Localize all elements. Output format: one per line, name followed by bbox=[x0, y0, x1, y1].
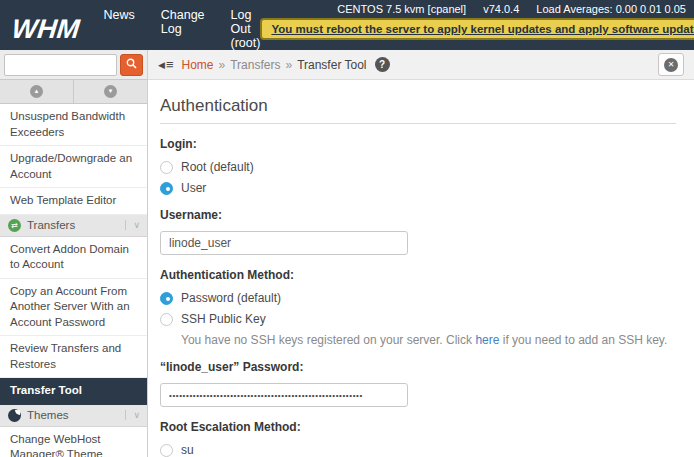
radio-unchecked-icon[interactable] bbox=[160, 444, 173, 457]
password-label: “linode_user” Password: bbox=[160, 360, 676, 374]
breadcrumb-transfers[interactable]: Transfers bbox=[230, 58, 280, 72]
nav-log-out[interactable]: Log Out (root) bbox=[231, 8, 261, 50]
password-input[interactable] bbox=[160, 383, 408, 407]
radio-label: User bbox=[181, 181, 206, 195]
header: CENTOS 7.5 kvm [cpanel] v74.0.4 Load Ave… bbox=[0, 0, 694, 50]
sidebar-section-transfers[interactable]: ⇄ Transfers ∨ bbox=[0, 215, 147, 237]
search-input[interactable] bbox=[4, 54, 117, 76]
section-label: Themes bbox=[27, 409, 69, 421]
nav-change-log[interactable]: Change Log bbox=[161, 8, 205, 50]
breadcrumb: Home » Transfers » Transfer Tool bbox=[182, 58, 367, 72]
sidebar-item-copy-account[interactable]: Copy an Account From Another Server With… bbox=[0, 279, 147, 337]
chevron-down-icon[interactable]: ∨ bbox=[125, 410, 147, 420]
section-label: Transfers bbox=[27, 219, 75, 231]
scroll-up-button[interactable]: ▲ bbox=[0, 80, 74, 103]
sidebar-nav-list: Unsuspend Bandwidth Exceeders Upgrade/Do… bbox=[0, 104, 147, 457]
breadcrumb-separator: » bbox=[285, 58, 292, 72]
auth-method-label: Authentication Method: bbox=[160, 268, 676, 282]
authentication-heading: Authentication bbox=[160, 96, 676, 116]
close-icon: ✕ bbox=[664, 58, 678, 72]
reboot-warning-link[interactable]: You must reboot the server to apply kern… bbox=[260, 18, 694, 40]
sidebar-section-themes[interactable]: Themes ∨ bbox=[0, 405, 147, 427]
radio-label: SSH Public Key bbox=[181, 312, 266, 326]
radio-checked-icon[interactable] bbox=[160, 292, 173, 305]
sidebar-item-review-transfers[interactable]: Review Transfers and Restores bbox=[0, 336, 147, 378]
sidebar: ▲ ▼ Unsuspend Bandwidth Exceeders Upgrad… bbox=[0, 50, 148, 457]
breadcrumb-home[interactable]: Home bbox=[182, 58, 214, 72]
collapse-sidebar-icon[interactable]: ◀≡ bbox=[158, 57, 174, 72]
search-icon bbox=[126, 57, 137, 72]
radio-label: su bbox=[181, 443, 194, 457]
breadcrumb-current-page: Transfer Tool bbox=[297, 58, 366, 72]
scroll-down-button[interactable]: ▼ bbox=[74, 80, 147, 103]
server-status-line: CENTOS 7.5 kvm [cpanel] v74.0.4 Load Ave… bbox=[323, 3, 686, 15]
breadcrumb-separator: » bbox=[219, 58, 226, 72]
help-icon[interactable]: ? bbox=[375, 57, 390, 72]
sidebar-item-transfer-tool[interactable]: Transfer Tool bbox=[0, 378, 147, 405]
radio-user[interactable]: User bbox=[160, 181, 676, 195]
divider bbox=[160, 123, 676, 124]
root-escalation-label: Root Escalation Method: bbox=[160, 420, 676, 434]
server-os: CENTOS 7.5 kvm [cpanel] bbox=[337, 3, 466, 15]
breadcrumb-bar: ◀≡ Home » Transfers » Transfer Tool ? ✕ bbox=[148, 50, 694, 80]
radio-su[interactable]: su bbox=[160, 443, 676, 457]
ssh-key-note: You have no SSH keys registered on your … bbox=[181, 333, 676, 347]
sidebar-item-change-whm-theme[interactable]: Change WebHost Manager® Theme bbox=[0, 427, 147, 457]
radio-checked-icon[interactable] bbox=[160, 182, 173, 195]
whm-version: v74.0.4 bbox=[483, 3, 519, 15]
sidebar-item-unsuspend-bandwidth[interactable]: Unsuspend Bandwidth Exceeders bbox=[0, 104, 147, 146]
ssh-note-text: You have no SSH keys registered on your … bbox=[181, 333, 472, 347]
login-label: Login: bbox=[160, 137, 676, 151]
themes-icon bbox=[8, 409, 21, 422]
radio-unchecked-icon[interactable] bbox=[160, 313, 173, 326]
radio-label: Root (default) bbox=[181, 160, 254, 174]
radio-root-default[interactable]: Root (default) bbox=[160, 160, 676, 174]
sidebar-item-convert-addon-domain[interactable]: Convert Addon Domain to Account bbox=[0, 237, 147, 279]
load-averages: Load Averages: 0.00 0.01 0.05 bbox=[536, 3, 686, 15]
sidebar-search-row bbox=[0, 50, 147, 80]
nav-news[interactable]: News bbox=[103, 8, 134, 50]
username-label: Username: bbox=[160, 208, 676, 222]
transfer-tool-content: Authentication Login: Root (default) Use… bbox=[148, 80, 694, 457]
radio-unchecked-icon[interactable] bbox=[160, 161, 173, 174]
ssh-note-text: if you need to add an SSH key. bbox=[503, 333, 668, 347]
username-input[interactable] bbox=[160, 231, 408, 255]
radio-password-default[interactable]: Password (default) bbox=[160, 291, 676, 305]
search-button[interactable] bbox=[120, 54, 143, 76]
close-button[interactable]: ✕ bbox=[658, 53, 684, 76]
transfers-icon: ⇄ bbox=[8, 219, 21, 232]
radio-ssh-public-key[interactable]: SSH Public Key bbox=[160, 312, 676, 326]
sidebar-item-web-template-editor[interactable]: Web Template Editor bbox=[0, 188, 147, 215]
arrow-up-icon: ▲ bbox=[30, 85, 43, 98]
chevron-down-icon[interactable]: ∨ bbox=[125, 220, 147, 230]
sidebar-item-upgrade-downgrade[interactable]: Upgrade/Downgrade an Account bbox=[0, 146, 147, 188]
radio-label: Password (default) bbox=[181, 291, 281, 305]
sidebar-pager: ▲ ▼ bbox=[0, 80, 147, 104]
whm-logo: WHM bbox=[10, 14, 81, 45]
add-ssh-key-link[interactable]: here bbox=[475, 333, 499, 347]
arrow-down-icon: ▼ bbox=[104, 85, 117, 98]
top-nav: News Change Log Log Out (root) bbox=[103, 8, 260, 50]
main-panel: ◀≡ Home » Transfers » Transfer Tool ? ✕ … bbox=[148, 50, 694, 457]
